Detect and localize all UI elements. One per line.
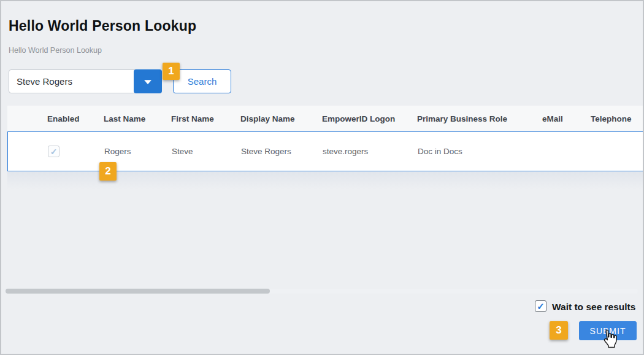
column-header-enabled[interactable]: Enabled [7,114,104,123]
horizontal-scrollbar[interactable] [6,289,638,294]
column-header-primary-business-role[interactable]: Primary Business Role [417,114,542,123]
combobox-dropdown-button[interactable] [134,69,162,93]
column-header-telephone[interactable]: Telephone [591,114,643,123]
step-badge-3: 3 [550,321,568,340]
person-lookup-combobox[interactable]: Steve Rogers [9,69,162,93]
column-header-empowerid-logon[interactable]: EmpowerID Logon [322,114,417,123]
cell-last-name: Rogers [104,147,172,156]
column-header-last-name[interactable]: Last Name [104,114,171,123]
cell-display-name: Steve Rogers [241,147,323,156]
person-lookup-value: Steve Rogers [17,70,72,93]
cell-primary-business-role: Doc in Docs [418,147,543,156]
checkmark-icon: ✓ [537,302,545,311]
page-title: Hello World Person Lookup [9,18,196,34]
column-header-display-name[interactable]: Display Name [240,114,322,123]
step-badge-1: 1 [163,63,180,80]
wait-checkbox-label: Wait to see results [552,302,635,313]
submit-button[interactable]: SUBMIT [579,321,637,340]
cell-empowerid-logon: steve.rogers [323,147,418,156]
step-badge-2: 2 [99,162,117,181]
column-header-email[interactable]: eMail [542,114,591,123]
scrollbar-thumb[interactable] [6,289,270,294]
chevron-down-icon [144,80,151,84]
cell-first-name: Steve [172,147,241,156]
column-header-first-name[interactable]: First Name [171,114,240,123]
grid-header-row: Enabled Last Name First Name Display Nam… [7,106,643,131]
app-window: Hello World Person Lookup Hello World Pe… [0,0,644,355]
wait-checkbox[interactable]: ✓ [535,300,546,312]
row-enabled-checkbox[interactable]: ✓ [48,146,59,157]
page-subtitle: Hello World Person Lookup [9,46,102,55]
search-button[interactable]: Search [173,69,231,93]
checkmark-icon: ✓ [50,147,58,156]
